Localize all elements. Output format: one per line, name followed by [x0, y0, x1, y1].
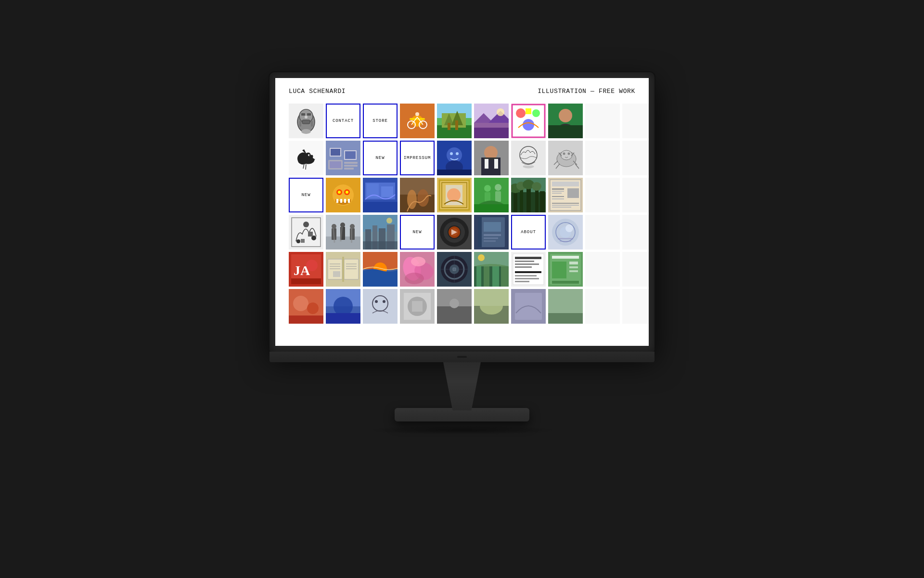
svg-point-146: [340, 223, 345, 227]
grid-item-street-art[interactable]: [400, 178, 435, 212]
svg-line-48: [306, 164, 306, 170]
portfolio-grid: CONTACT STORE: [289, 104, 635, 324]
svg-rect-232: [552, 256, 579, 259]
svg-rect-58: [344, 168, 354, 170]
grid-spacer: [622, 178, 649, 212]
svg-rect-113: [513, 190, 517, 212]
svg-rect-234: [569, 262, 578, 264]
svg-rect-84: [336, 199, 338, 203]
svg-rect-169: [478, 217, 505, 247]
grid-item-r6-2[interactable]: [326, 289, 360, 324]
svg-rect-189: [344, 259, 359, 279]
grid-item-r6-4[interactable]: [400, 289, 435, 324]
contact-button[interactable]: CONTACT: [326, 104, 360, 138]
svg-rect-241: [289, 315, 323, 324]
site-subtitle: ILLUSTRATION — FREE WORK: [538, 88, 635, 95]
svg-rect-139: [301, 239, 305, 243]
svg-rect-69: [485, 159, 488, 169]
grid-item-abstract-circle[interactable]: [548, 215, 583, 250]
grid-item-r6-8[interactable]: [548, 289, 583, 324]
svg-point-105: [484, 185, 491, 192]
svg-point-179: [565, 224, 573, 232]
store-button[interactable]: STORE: [363, 104, 398, 138]
grid-item-yellow-monster[interactable]: [326, 178, 360, 212]
grid-item-sketch[interactable]: [511, 141, 546, 175]
svg-point-61: [450, 152, 453, 155]
grid-item-blue-mural[interactable]: [363, 178, 398, 212]
svg-rect-12: [410, 118, 425, 120]
grid-item-vinyl[interactable]: [437, 215, 472, 250]
svg-rect-132: [552, 205, 579, 206]
grid-item-r6-3[interactable]: [363, 289, 398, 324]
svg-rect-106: [485, 192, 490, 202]
grid-item-book-cover[interactable]: [474, 215, 509, 250]
grid-spacer: [622, 289, 649, 324]
new-button-3[interactable]: NEW: [400, 215, 435, 250]
grid-item-r6-7[interactable]: [511, 289, 546, 324]
svg-point-67: [484, 146, 498, 159]
new-button-1[interactable]: NEW: [363, 141, 398, 175]
grid-item-computers[interactable]: [326, 141, 360, 175]
grid-item-animal-sketch[interactable]: [548, 141, 583, 175]
grid-item-green-cover[interactable]: [548, 252, 583, 287]
grid-item-newspaper[interactable]: [548, 178, 583, 212]
grid-item-r6-6[interactable]: [474, 289, 509, 324]
svg-rect-222: [515, 257, 541, 259]
grid-item-soldiers[interactable]: [326, 215, 360, 250]
grid-item-r6-1[interactable]: [289, 289, 323, 324]
svg-rect-265: [548, 289, 583, 313]
grid-item-green-figures[interactable]: [474, 178, 509, 212]
svg-rect-237: [552, 281, 579, 284]
svg-rect-87: [348, 199, 350, 203]
svg-point-206: [405, 273, 424, 284]
grid-item-tropical[interactable]: [437, 104, 472, 138]
grid-item-robot[interactable]: [289, 104, 323, 138]
grid-item-ja-face[interactable]: JA: [289, 252, 323, 287]
grid-item-dark-circle[interactable]: [437, 252, 472, 287]
grid-item-forest-photo[interactable]: [511, 178, 546, 212]
svg-point-97: [407, 190, 417, 209]
grid-item-city-photo[interactable]: [363, 215, 398, 250]
svg-point-6: [305, 116, 308, 118]
contact-label: CONTACT: [333, 118, 354, 123]
svg-point-239: [293, 296, 308, 311]
about-button[interactable]: ABOUT: [511, 215, 546, 250]
grid-item-face-blue[interactable]: [437, 141, 472, 175]
grid-item-crow[interactable]: [289, 141, 323, 175]
grid-item-colorful-art[interactable]: [511, 104, 546, 138]
svg-point-107: [495, 184, 501, 191]
monitor-shadow: [366, 425, 558, 435]
svg-point-98: [417, 189, 429, 207]
grid-item-r6-5[interactable]: [437, 289, 472, 324]
grid-item-book-open[interactable]: [326, 252, 360, 287]
svg-rect-233: [552, 262, 566, 278]
site-title[interactable]: LUCA SCHENARDI: [289, 88, 346, 95]
grid-item-text-art[interactable]: [511, 252, 546, 287]
svg-rect-109: [474, 204, 509, 212]
svg-rect-96: [400, 178, 435, 195]
svg-rect-261: [474, 289, 509, 306]
screen-bezel: LUCA SCHENARDI ILLUSTRATION — FREE WORK: [270, 72, 654, 352]
grid-item-landscape-purple[interactable]: [474, 104, 509, 138]
svg-rect-55: [330, 161, 341, 168]
svg-rect-197: [333, 271, 340, 277]
svg-point-46: [309, 155, 310, 156]
svg-point-240: [307, 302, 319, 314]
grid-item-businessman[interactable]: [474, 141, 509, 175]
new-button-2[interactable]: NEW: [289, 178, 323, 212]
monitor-logo: [457, 356, 467, 358]
svg-rect-253: [412, 301, 423, 312]
svg-point-77: [568, 153, 570, 155]
grid-spacer: [585, 178, 620, 212]
svg-rect-25: [455, 120, 458, 130]
grid-item-bw-illustration[interactable]: [289, 215, 323, 250]
grid-item-frame-art[interactable]: [437, 178, 472, 212]
grid-item-bike[interactable]: [400, 104, 435, 138]
grid-item-abstract-pink[interactable]: [400, 252, 435, 287]
svg-point-76: [563, 153, 565, 155]
impressum-button[interactable]: IMPRESSUM: [400, 141, 435, 175]
svg-rect-57: [344, 165, 358, 167]
grid-item-sunset[interactable]: [363, 252, 398, 287]
grid-item-portrait[interactable]: [548, 104, 583, 138]
grid-item-colorful-city[interactable]: [474, 252, 509, 287]
